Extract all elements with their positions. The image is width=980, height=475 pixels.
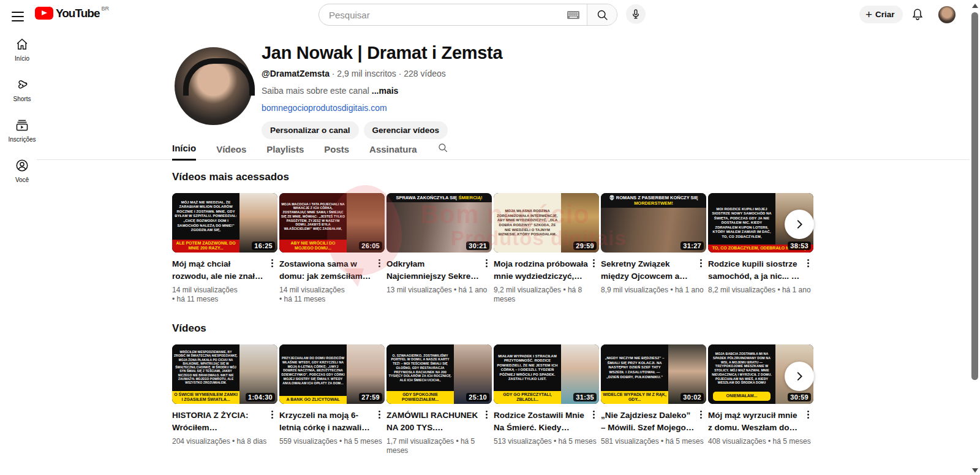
tab-posts[interactable]: Posts (324, 144, 349, 160)
duration-badge: 27:59 (359, 393, 382, 401)
channel-description[interactable]: Saiba mais sobre este canal ...mais (262, 86, 502, 96)
thumbnail-banner: GDY GO PRZECZYTALI, ZBLADLI... (494, 391, 561, 405)
more-link[interactable]: ...mais (372, 86, 399, 96)
video-menu-button[interactable] (481, 409, 492, 434)
video-card-body: HISTORIA Z ŻYCIA: Wróciłem Niespodziewan… (172, 409, 277, 434)
keyboard-icon[interactable] (567, 11, 579, 19)
video-thumbnail[interactable]: PRZYJECHAŁAM DO DOMU RODZICÓW WŁAŚNIE WT… (279, 344, 385, 404)
video-title[interactable]: Rodzice Zostawili Mnie Na Śmierć. Kiedy … (494, 409, 588, 434)
sidebar-item-inicio[interactable]: Início (0, 29, 44, 70)
video-meta-line: 14 mil visualizações (279, 286, 385, 295)
video-meta-line: 14 mil visualizações (172, 286, 277, 295)
tab-videos[interactable]: Vídeos (216, 144, 246, 160)
search-button[interactable] (587, 4, 617, 25)
kebab-menu-icon (375, 258, 384, 268)
tab-assinatura[interactable]: Assinatura (369, 144, 417, 160)
video-thumbnail[interactable]: O, SZWAAGIERKO, ZOSTAWILIŚMY PORTFEL W D… (386, 344, 492, 404)
video-menu-button[interactable] (589, 409, 599, 434)
video-menu-button[interactable] (803, 258, 813, 283)
video-thumbnail[interactable]: WRÓCIŁEM NIESPODZIEWANIE, BY ZROBIĆ IM Ś… (172, 344, 277, 404)
manage-videos-button[interactable]: Gerenciar vídeos (364, 121, 448, 139)
bell-icon (910, 7, 925, 22)
subscriptions-icon (15, 118, 29, 132)
duration-badge: 30:59 (788, 393, 811, 401)
thumbnail-overlay-text: MIAŁAM WYPADEK I STRACIŁAM PRZYTOMNOŚĆ. … (494, 344, 561, 391)
video-thumbnail[interactable]: MOJA MACOCHA I TATA POJECHALI NA WAKACJE… (279, 193, 385, 253)
search-icon (437, 142, 448, 153)
video-menu-button[interactable] (696, 409, 706, 434)
scrollbar-thumb[interactable] (971, 12, 978, 380)
video-meta-line: • há 11 meses (172, 295, 277, 304)
microphone-icon (630, 8, 642, 20)
search-input[interactable] (319, 10, 567, 20)
video-title[interactable]: Mój mąż chciał rozwodu, ale nie znał moj… (172, 258, 266, 283)
video-title[interactable]: Moja rodzina próbowała mnie wydziedziczy… (494, 258, 588, 283)
customize-channel-button[interactable]: Personalizar o canal (262, 121, 359, 139)
thumbnail-banner: A BANK GO ZLICYTOWAŁ (279, 396, 347, 404)
tab-playlists[interactable]: Playlists (266, 144, 304, 160)
video-title[interactable]: Odkryłam Najciemniejszy Sekret Mojego Mę… (386, 258, 481, 283)
video-title[interactable]: Mój mąż wyrzucił mnie z domu. Weszłam do… (708, 409, 802, 434)
video-thumbnail[interactable]: SPRAWA ZAKOŃCZYŁA SIĘ ŚMIERCIĄ!30:21 (386, 193, 492, 253)
scrollbar-track[interactable] (970, 0, 980, 475)
video-menu-button[interactable] (267, 258, 277, 283)
video-menu-button[interactable] (696, 258, 706, 283)
video-card-body: „Nie Zajdziesz Daleko” – Mówili. Szef Mo… (601, 409, 706, 434)
video-menu-button[interactable] (374, 409, 385, 434)
notifications-button[interactable] (910, 7, 925, 25)
top-header: YouTube BR + Criar (0, 0, 980, 29)
tab-inicio[interactable]: Início (172, 143, 196, 161)
channel-avatar[interactable] (175, 47, 252, 125)
video-thumbnail[interactable]: „NIGDY NICZYM NIE BĘDZIESZ” – ŚMIALI SIĘ… (601, 344, 706, 404)
hamburger-menu-icon[interactable] (12, 9, 24, 20)
duration-badge: 30:02 (680, 393, 704, 401)
account-avatar[interactable] (938, 6, 956, 23)
video-card-body: Krzyczeli na moją 6-letnią córkę i nazwa… (279, 409, 385, 434)
video-title[interactable]: Sekretny Związek między Ojcowcem a Pasie… (601, 258, 695, 283)
youtube-logo[interactable]: YouTube BR (35, 7, 109, 20)
video-card-body: Moja rodzina próbowała mnie wydziedziczy… (494, 258, 599, 283)
video-title[interactable]: Krzyczeli na moją 6-letnią córkę i nazwa… (279, 409, 374, 434)
video-meta-line: • há 11 meses (279, 295, 385, 304)
video-menu-button[interactable] (267, 409, 277, 434)
video-thumbnail[interactable]: MOJA WŁASNA RODZINA ZORGANIZOWAŁA INTERW… (494, 193, 599, 253)
video-title[interactable]: Rodzice kupili siostrze samochód, a ja n… (708, 258, 802, 283)
sidebar-item-inscricoes[interactable]: Inscrições (0, 110, 44, 151)
sidebar-item-voce[interactable]: Você (0, 151, 44, 191)
video-menu-button[interactable] (374, 258, 385, 283)
scroll-right-button[interactable] (785, 362, 814, 391)
video-title[interactable]: Zostawiona sama w domu: jak zemściłam si… (279, 258, 374, 283)
logo-region-label: BR (101, 6, 109, 12)
video-card-body: Zostawiona sama w domu: jak zemściłam si… (279, 258, 385, 283)
video-title[interactable]: ZAMÓWILI RACHUNEK NA 200 TYS. DOLARÓW...… (386, 409, 481, 434)
sidebar-item-label: Início (15, 55, 29, 62)
kebab-menu-icon (696, 409, 706, 420)
thumbnail-overlay-text: MOJA WŁASNA RODZINA ZORGANIZOWAŁA INTERW… (494, 193, 561, 253)
create-button[interactable]: + Criar (859, 6, 903, 23)
thumbnail-banner: GDY SPOKOJNIE POWIEDZIAŁEM... (386, 391, 454, 405)
video-thumbnail[interactable]: MÓJ MĄŻ NIE WIEDZIAŁ, ŻE ZARABIAM MILION… (172, 193, 277, 253)
channel-search-button[interactable] (437, 142, 448, 161)
video-card: WRÓCIŁEM NIESPODZIEWANIE, BY ZROBIĆ IM Ś… (172, 344, 277, 455)
sidebar-item-label: Inscrições (8, 136, 36, 143)
video-card: MÓJ MĄŻ NIE WIEDZIAŁ, ŻE ZARABIAM MILION… (172, 193, 277, 304)
video-meta-line: 581 visualizações • há 5 meses (601, 437, 706, 446)
video-title[interactable]: HISTORIA Z ŻYCIA: Wróciłem Niespodziewan… (172, 409, 266, 434)
channel-link[interactable]: bomnegocioprodutosdigitais.com (262, 103, 502, 113)
video-meta-line: 8,9 mil visualizações • há 1 ano (601, 286, 706, 295)
video-thumbnail[interactable]: MIAŁAM WYPADEK I STRACIŁAM PRZYTOMNOŚĆ. … (494, 344, 599, 404)
video-menu-button[interactable] (589, 258, 599, 283)
scroll-right-button[interactable] (785, 210, 814, 239)
scrollbar-up-arrow[interactable] (972, 4, 978, 8)
thumbnail-overlay-text: MOJA MACOCHA I TATA POJECHALI NA WAKACJE… (279, 193, 347, 240)
thumbnail-banner: ABY NIE WRÓCILI DO MOJEGO DOMU... (279, 240, 347, 253)
video-menu-button[interactable] (803, 409, 813, 434)
video-menu-button[interactable] (481, 258, 492, 283)
voice-search-button[interactable] (626, 4, 646, 24)
scrollbar-down-arrow[interactable] (972, 468, 978, 473)
sidebar-item-shorts[interactable]: Shorts (0, 70, 44, 110)
duration-badge: 31:27 (680, 241, 704, 250)
search-bar (318, 4, 617, 26)
video-title[interactable]: „Nie Zajdziesz Daleko” – Mówili. Szef Mo… (601, 409, 695, 434)
video-thumbnail[interactable]: 💀 ROMANS Z PASIERBEM KOŃCZY SIĘ MORDERST… (601, 193, 706, 253)
